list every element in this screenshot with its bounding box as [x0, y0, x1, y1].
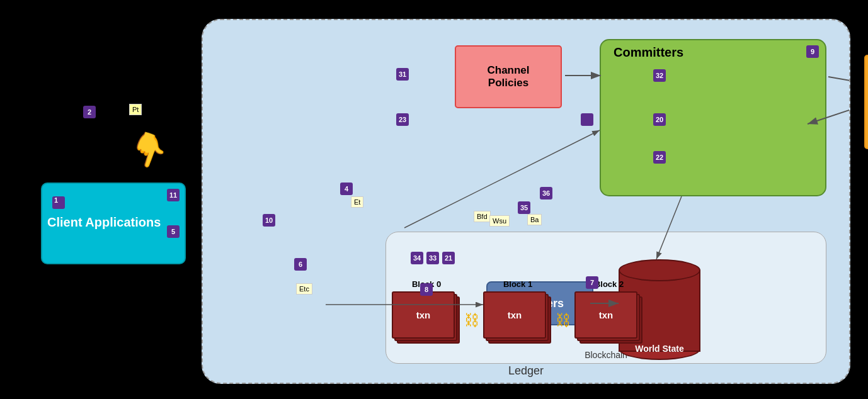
- badge-32: 32: [653, 69, 666, 82]
- badge-7: 7: [586, 276, 598, 289]
- diagram-container: Ledger Blockchain ChannelPolicies Commit…: [6, 6, 860, 393]
- svg-line-4: [828, 77, 849, 83]
- badge-23: 23: [396, 113, 409, 126]
- committers-box: Committers 9 Endorsers 3: [600, 39, 826, 196]
- client-applications-label: Client Applications: [47, 215, 180, 230]
- main-area: Ledger Blockchain ChannelPolicies Commit…: [202, 19, 850, 384]
- block-1-label: Block 1: [483, 279, 552, 289]
- badge-34: 34: [411, 252, 423, 264]
- badge-33: 33: [426, 252, 439, 264]
- note-wsu: Wsu: [489, 215, 510, 227]
- badge-4: 4: [340, 183, 353, 195]
- note-pt: Pt: [129, 104, 142, 115]
- badge-5: 5: [167, 225, 180, 238]
- channel-policies-box: ChannelPolicies: [455, 45, 562, 108]
- block-0-stack: txn: [392, 291, 461, 348]
- block-1-stack: txn: [483, 291, 552, 348]
- block-2-label: Block 2: [574, 279, 644, 289]
- badge-23b: [581, 113, 593, 126]
- block-0-card3: txn: [392, 291, 455, 339]
- note-etc: Etc: [296, 283, 312, 295]
- badge-36: 36: [540, 187, 552, 200]
- note-bfd: Bfd: [474, 211, 491, 222]
- badge-10: 10: [263, 214, 275, 227]
- block-1-card3: txn: [483, 291, 546, 339]
- badge-31: 31: [396, 68, 409, 81]
- committers-label: Committers: [614, 45, 683, 60]
- badge-21: 21: [442, 252, 455, 264]
- block-2-card3: txn: [574, 291, 637, 339]
- smart-contracts-box: SmartContracts: [864, 55, 868, 149]
- block-1-group: Block 1 txn: [483, 279, 552, 348]
- hand-pointer-icon: 👇: [124, 126, 173, 174]
- ledger-label: Ledger: [508, 364, 544, 378]
- badge-1: 1: [52, 196, 65, 209]
- badge-22: 22: [653, 151, 666, 164]
- block-2-stack: txn: [574, 291, 644, 348]
- badge-8: 8: [420, 283, 433, 296]
- ws-top: [619, 259, 700, 281]
- chain-link-1: ⛓: [464, 312, 479, 329]
- badge-6: 6: [294, 258, 307, 271]
- channel-policies-label: ChannelPolicies: [487, 64, 529, 89]
- note-ba: Ba: [527, 214, 542, 225]
- badge-20: 20: [653, 113, 666, 126]
- badge-11: 11: [167, 189, 180, 201]
- svg-line-8: [404, 130, 600, 228]
- note-et: Et: [351, 196, 363, 208]
- world-state-label: World State: [619, 344, 700, 354]
- client-applications-box: 1 11 5 Client Applications: [41, 183, 186, 264]
- badge-35: 35: [518, 201, 530, 214]
- badge-2: 2: [83, 106, 96, 118]
- badge-9: 9: [806, 45, 819, 58]
- block-2-group: Block 2 txn: [574, 279, 644, 348]
- chain-link-2: ⛓: [556, 312, 571, 329]
